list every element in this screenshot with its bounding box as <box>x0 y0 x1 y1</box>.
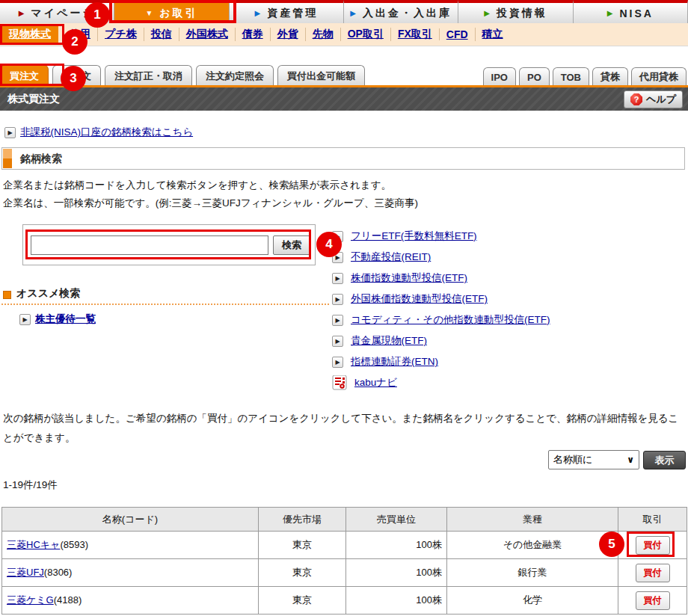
foreign-index-etf-link[interactable]: 外国株価指数連動型投信(ETF) <box>351 292 488 306</box>
trade-cell: 買付 <box>618 532 687 559</box>
tab-assets[interactable]: ▶ 資産管理 <box>230 0 344 23</box>
nisa-search-link[interactable]: 非課税(NISA)口座の銘柄検索はこちら <box>20 126 193 139</box>
buy-button[interactable]: 買付 <box>636 591 670 610</box>
subnav-item-forex[interactable]: 外貨 <box>270 28 305 41</box>
free-etf-link[interactable]: フリーETF(手数料無料ETF) <box>351 230 477 243</box>
stock-code: (8306) <box>44 567 73 578</box>
stock-name-link[interactable]: 三菱HCキャ <box>7 539 60 550</box>
help-label: ヘルプ <box>646 93 676 106</box>
sort-order-select[interactable]: 名称順に ∨ <box>548 450 639 469</box>
stock-search-input[interactable] <box>31 235 268 255</box>
list-item: ▶ 株価指数連動型投信(ETF) <box>332 268 550 289</box>
right-arrow-icon: ▶ <box>332 357 343 368</box>
buy-button[interactable]: 買付 <box>636 536 670 555</box>
right-triangle-icon: ▶ <box>484 9 490 17</box>
subnav-item-bonds[interactable]: 債券 <box>235 28 270 41</box>
subnav-item-petit[interactable]: プチ株 <box>97 28 144 41</box>
recommend-search-title: オススメ検索 <box>16 287 80 301</box>
subnav-item-funds[interactable]: 投信 <box>144 28 179 41</box>
tab-label: 入出金・入出庫 <box>363 7 452 20</box>
subnav-item-cfd[interactable]: CFD <box>439 28 475 40</box>
list-item: kabuナビ <box>332 372 550 393</box>
sector-cell: その他金融業 <box>447 532 618 559</box>
subnav-item-foreign-stock[interactable]: 外国株式 <box>179 28 235 41</box>
tab-buying-power[interactable]: 買付出金可能額 <box>277 65 365 86</box>
order-tab-bar: 買注文 売注文 注文訂正・取消 注文約定照会 買付出金可能額 IPO PO TO… <box>0 64 688 86</box>
tab-mypage[interactable]: ▶ マイページ <box>0 0 114 23</box>
stock-code: (4188) <box>54 594 82 606</box>
list-item: ▶ 外国株価指数連動型投信(ETF) <box>332 289 550 309</box>
right-arrow-icon: ▶ <box>332 294 343 305</box>
nisa-link-row: ▶ 非課税(NISA)口座の銘柄検索はこちら <box>4 126 193 139</box>
market-cell: 東京 <box>259 559 346 587</box>
right-arrow-icon: ▶ <box>332 336 343 347</box>
list-item: ▶ コモディティ・その他指数連動型投信(ETF) <box>332 309 550 330</box>
etn-link[interactable]: 指標連動証券(ETN) <box>351 355 438 369</box>
list-item: ▶ 貴金属現物(ETF) <box>332 330 550 351</box>
show-button[interactable]: 表示 <box>643 451 686 469</box>
index-etf-link[interactable]: 株価指数連動型投信(ETF) <box>351 271 467 285</box>
column-header-market: 優先市場 <box>259 508 346 532</box>
column-header-trade: 取引 <box>618 508 687 532</box>
subnav-item-options[interactable]: OP取引 <box>340 28 390 41</box>
stock-name-link[interactable]: 三菱UFJ <box>7 567 44 578</box>
right-triangle-icon: ▶ <box>350 9 356 17</box>
dotted-divider <box>1 304 329 305</box>
tab-order-modify-cancel[interactable]: 注文訂正・取消 <box>105 65 192 86</box>
tab-label: お取引 <box>159 7 197 20</box>
unit-cell: 100株 <box>346 587 447 615</box>
tab-tob[interactable]: TOB <box>553 67 589 86</box>
sort-selected-value: 名称順に <box>553 453 592 466</box>
help-question-icon: ? <box>630 93 642 105</box>
commodity-etf-link[interactable]: コモディティ・その他指数連動型投信(ETF) <box>351 313 550 327</box>
section-title: 銘柄検索 <box>20 148 62 169</box>
orange-square-bullet <box>3 291 11 299</box>
buy-button[interactable]: 買付 <box>636 564 670 582</box>
right-triangle-icon: ▶ <box>19 9 25 17</box>
tab-po[interactable]: PO <box>519 67 550 86</box>
shareholder-benefit-link[interactable]: 株主優待一覧 <box>35 312 96 326</box>
tab-order-execution-inquiry[interactable]: 注文約定照会 <box>196 65 274 86</box>
tab-nisa[interactable]: ▶ NISA <box>574 0 688 23</box>
name-cell: 三菱HCキャ(8593) <box>2 532 259 559</box>
unit-cell: 100株 <box>346 559 447 587</box>
reit-link[interactable]: 不動産投信(REIT) <box>351 250 431 264</box>
section-header-stock-search: 銘柄検索 <box>1 147 685 170</box>
column-header-name: 名称(コード) <box>2 508 259 532</box>
tab-deposit-withdraw[interactable]: ▶ 入出金・入出庫 <box>344 0 458 23</box>
right-arrow-icon: ▶ <box>332 273 343 284</box>
tab-stock-lending[interactable]: 貸株 <box>592 67 628 86</box>
tab-sell-order[interactable]: 売注文 <box>52 65 101 86</box>
result-count: 1-19件/19件 <box>3 478 58 492</box>
stock-name-link[interactable]: 三菱ケミG <box>7 594 54 606</box>
order-tabs-right: IPO PO TOB 貸株 代用貸株 <box>483 67 687 86</box>
sector-cell: 銀行業 <box>447 559 618 587</box>
subnav-item-genbutsu[interactable]: 現物株式 <box>1 24 58 45</box>
page-header: 株式買注文 ? ヘルプ <box>0 87 688 111</box>
help-button[interactable]: ? ヘルプ <box>624 90 683 108</box>
precious-metal-etf-link[interactable]: 貴金属現物(ETF) <box>351 334 427 348</box>
tab-investment-info[interactable]: ▶ 投資情報 <box>458 0 573 23</box>
tab-buy-order[interactable]: 買注文 <box>0 65 49 86</box>
tab-collateral-lending[interactable]: 代用貸株 <box>631 67 687 86</box>
stock-code: (8593) <box>60 539 88 550</box>
sector-cell: 化学 <box>447 587 618 615</box>
search-button[interactable]: 検索 <box>273 235 310 255</box>
order-tabs-left: 買注文 売注文 注文訂正・取消 注文約定照会 買付出金可能額 <box>0 65 365 86</box>
down-triangle-icon: ▼ <box>145 9 153 17</box>
list-item: ▶ フリーETF(手数料無料ETF) <box>332 226 550 247</box>
subnav-item-fx[interactable]: FX取引 <box>390 28 439 41</box>
tab-trade[interactable]: ▼ お取引 <box>114 0 229 23</box>
list-item: ▶ 指標連動証券(ETN) <box>332 351 550 372</box>
right-arrow-icon: ▶ <box>332 315 343 326</box>
subnav-item-tsumitate[interactable]: 積立 <box>475 28 510 41</box>
kabu-navi-link[interactable]: kabuナビ <box>354 376 397 389</box>
tab-ipo[interactable]: IPO <box>483 67 516 86</box>
unit-cell: 100株 <box>346 532 447 559</box>
page: ▶ マイページ ▼ お取引 ▶ 資産管理 ▶ 入出金・入出庫 ▶ 投資情報 ▶ … <box>0 0 688 616</box>
shareholder-benefit-row: ▶ 株主優待一覧 <box>19 312 96 326</box>
table-header-row: 名称(コード) 優先市場 売買単位 業種 取引 <box>2 508 687 532</box>
subnav-item-futures[interactable]: 先物 <box>305 28 340 41</box>
subnav-item-margin[interactable]: 信用 <box>63 28 97 41</box>
tab-label: 投資情報 <box>497 7 547 20</box>
